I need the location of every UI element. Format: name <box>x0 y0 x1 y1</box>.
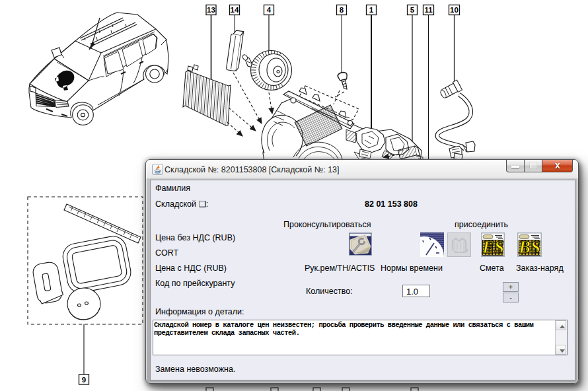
svg-text:BS: BS <box>518 237 540 257</box>
svg-text:8: 8 <box>340 6 344 14</box>
svg-text:14: 14 <box>231 6 239 14</box>
svg-text:5: 5 <box>410 6 415 14</box>
svg-text:ES: ES <box>482 237 504 257</box>
svg-text:13: 13 <box>207 6 215 14</box>
svg-text:9: 9 <box>82 376 86 384</box>
svg-text:1: 1 <box>369 6 374 14</box>
svg-text:11: 11 <box>424 6 433 14</box>
svg-text:10: 10 <box>450 6 459 14</box>
svg-text:4: 4 <box>267 6 272 14</box>
